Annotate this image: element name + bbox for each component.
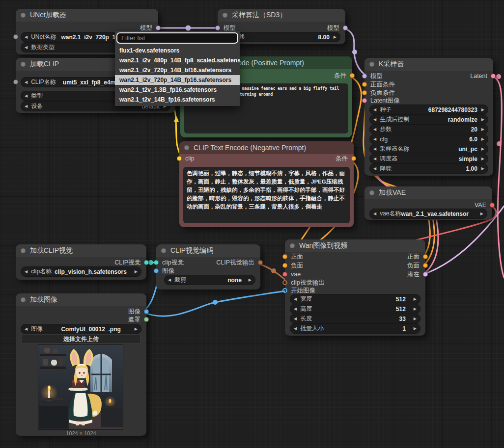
output-dot-model[interactable]: [343, 26, 348, 30]
negative-prompt-textarea[interactable]: 色调艳丽，过曝，静态，细节模糊不清，字幕，风格，作品，画作，画面，静止，整体发灰…: [183, 167, 350, 223]
output-latent[interactable]: 潜在: [407, 271, 428, 277]
node-header[interactable]: 加载VAE: [364, 186, 492, 199]
output-dot-conditioning[interactable]: [350, 73, 355, 78]
widget-width[interactable]: ◀宽度512▶: [290, 294, 420, 304]
output-image[interactable]: 图像: [128, 309, 149, 315]
input-dot-latent[interactable]: [362, 98, 367, 103]
node-header[interactable]: K采样器: [364, 58, 493, 71]
dropdown-filter-input[interactable]: Filter list: [116, 32, 238, 44]
input-dot-positive[interactable]: [362, 82, 367, 87]
input-clip[interactable]: clip: [177, 156, 195, 161]
input-positive[interactable]: 正面: [282, 254, 303, 260]
input-positive[interactable]: 正面条件: [362, 81, 395, 87]
input-dot-negative[interactable]: [282, 263, 287, 268]
output-dot-positive[interactable]: [423, 254, 428, 259]
input-dot-start-image[interactable]: [282, 288, 287, 293]
input-dot-model[interactable]: [362, 74, 367, 79]
input-dot-model[interactable]: [215, 26, 220, 30]
node-header[interactable]: 加载图像: [16, 293, 146, 306]
input-image[interactable]: 图像: [154, 268, 174, 274]
output-conditioning[interactable]: 条件: [334, 73, 355, 79]
collapse-dot[interactable]: [184, 145, 189, 150]
output-negative[interactable]: 负面: [407, 263, 428, 268]
input-start-image[interactable]: 开始图像: [282, 288, 315, 293]
node-load-image[interactable]: 加载图像 图像 遮罩 ◀图像ComfyUI_00012_.png▶ 选择文件上传: [16, 293, 146, 436]
output-mask[interactable]: 遮罩: [128, 316, 149, 322]
node-clip-text-encode-negative[interactable]: CLIP Text Encode (Negative Prompt) clip …: [179, 141, 354, 227]
output-model[interactable]: 模型: [140, 25, 161, 31]
input-dot-positive[interactable]: [282, 254, 287, 259]
output-dot-clip-vision-output[interactable]: [258, 260, 263, 265]
widget-shift[interactable]: ◀ 偏移 8.00 ▶: [223, 32, 340, 42]
node-header[interactable]: UNet加载器: [16, 9, 158, 22]
input-dot-clip-vision-output[interactable]: [282, 280, 287, 285]
collapse-dot[interactable]: [21, 248, 26, 253]
output-dot-vae[interactable]: [490, 203, 495, 208]
widget-vae-name[interactable]: ◀vae名称wan_2.1_vae.safetensors▶: [369, 209, 487, 219]
collapse-dot[interactable]: [290, 243, 295, 248]
output-latent[interactable]: Latent: [470, 73, 496, 79]
output-dot-clip-vision[interactable]: [144, 260, 149, 265]
input-negative[interactable]: 负面: [282, 263, 303, 268]
widget-image-name[interactable]: ◀图像ComfyUI_00012_.png▶: [21, 324, 141, 334]
input-clip-vision-output[interactable]: clip视觉输出: [282, 280, 325, 286]
node-clip-vision-encode[interactable]: CLIP视觉编码 clip视觉 图像 CLIP视觉输出 ◀裁剪none▶: [156, 244, 260, 290]
dropdown-item[interactable]: flux1-dev.safetensors: [115, 46, 240, 55]
collapse-dot[interactable]: [161, 248, 166, 253]
node-load-vae[interactable]: 加载VAE VAE ◀vae名称wan_2.1_vae.safetensors▶: [364, 186, 492, 220]
input-clip-vision[interactable]: clip视觉: [154, 260, 184, 265]
collapse-dot[interactable]: [369, 62, 374, 67]
collapse-dot[interactable]: [369, 190, 374, 195]
input-dot-clip-vision[interactable]: [154, 260, 159, 265]
node-header[interactable]: 采样算法（SD3）: [218, 9, 345, 22]
output-clip-vision-output[interactable]: CLIP视觉输出: [216, 260, 263, 265]
node-header[interactable]: CLIP视觉编码: [156, 244, 260, 257]
input-model[interactable]: 模型: [362, 73, 383, 79]
input-dot-vae[interactable]: [282, 272, 287, 277]
collapse-dot[interactable]: [21, 13, 26, 18]
input-model[interactable]: 模型: [215, 25, 236, 31]
dropdown-item[interactable]: wan2.1_t2v_1.3B_fp16.safetensors: [115, 85, 240, 95]
widget-clip-vision-name[interactable]: ◀clip名称clip_vision_h.safetensors▶: [21, 266, 141, 277]
input-dot-unet-name[interactable]: [13, 34, 18, 39]
widget-batch-size[interactable]: ◀批量大小1▶: [290, 323, 420, 334]
widget-sampler-name[interactable]: ◀采样器名称uni_pc▶: [369, 144, 488, 154]
collapse-dot[interactable]: [21, 297, 26, 302]
output-dot-latent[interactable]: [491, 74, 496, 79]
output-dot-image[interactable]: [144, 309, 149, 314]
collapse-dot[interactable]: [21, 62, 26, 67]
input-dot-clip[interactable]: [177, 156, 182, 161]
output-conditioning[interactable]: 条件: [336, 156, 356, 161]
output-clip-vision[interactable]: CLIP视觉: [114, 260, 149, 265]
output-dot-model[interactable]: [156, 26, 161, 30]
dropdown-item[interactable]: wan2.1_t2v_14B_fp16.safetensors: [115, 95, 240, 105]
node-header[interactable]: Wan图像到视频: [285, 239, 425, 252]
input-vae[interactable]: vae: [282, 271, 301, 277]
output-dot-conditioning[interactable]: [351, 156, 356, 161]
input-dot-image[interactable]: [154, 268, 159, 273]
widget-steps[interactable]: ◀步数20▶: [369, 124, 488, 134]
input-latent-image[interactable]: Latent图像: [362, 98, 400, 104]
node-header[interactable]: 加载CLIP视觉: [16, 244, 146, 257]
widget-scheduler[interactable]: ◀调度器simple▶: [369, 154, 488, 164]
node-header[interactable]: CLIP Text Encode (Negative Prompt): [179, 141, 354, 154]
output-dot-mask[interactable]: [144, 317, 149, 322]
input-dot-negative[interactable]: [362, 90, 367, 95]
widget-height[interactable]: ◀高度512▶: [290, 304, 420, 314]
widget-seed[interactable]: ◀种子687298244780323▶: [369, 105, 488, 115]
input-negative[interactable]: 负面条件: [362, 90, 395, 96]
workflow-canvas[interactable]: UNet加载器 模型 ◀ UNet名称 wan2.1_i2v_720p_14B_…: [0, 0, 504, 448]
output-model[interactable]: 模型: [327, 25, 348, 31]
upload-button[interactable]: 选择文件上传: [22, 335, 140, 343]
node-wan-image-to-video[interactable]: Wan图像到视频 正面 负面 vae clip视觉输出 开始图像 正面 负面: [285, 239, 425, 336]
collapse-dot[interactable]: [223, 13, 227, 18]
dropdown-item[interactable]: wan2.1_i2v_480p_14B_fp8_scaled.safetenso…: [115, 55, 240, 65]
output-positive[interactable]: 正面: [407, 254, 428, 260]
output-dot-negative[interactable]: [423, 263, 428, 268]
output-vae[interactable]: VAE: [475, 202, 495, 208]
widget-denoise[interactable]: ◀降噪1.00▶: [369, 163, 488, 174]
node-load-clip-vision[interactable]: 加载CLIP视觉 CLIP视觉 ◀clip名称clip_vision_h.saf…: [16, 244, 146, 280]
widget-crop[interactable]: ◀裁剪none▶: [164, 275, 255, 285]
widget-length[interactable]: ◀长度33▶: [290, 314, 420, 324]
image-preview[interactable]: [38, 345, 123, 429]
